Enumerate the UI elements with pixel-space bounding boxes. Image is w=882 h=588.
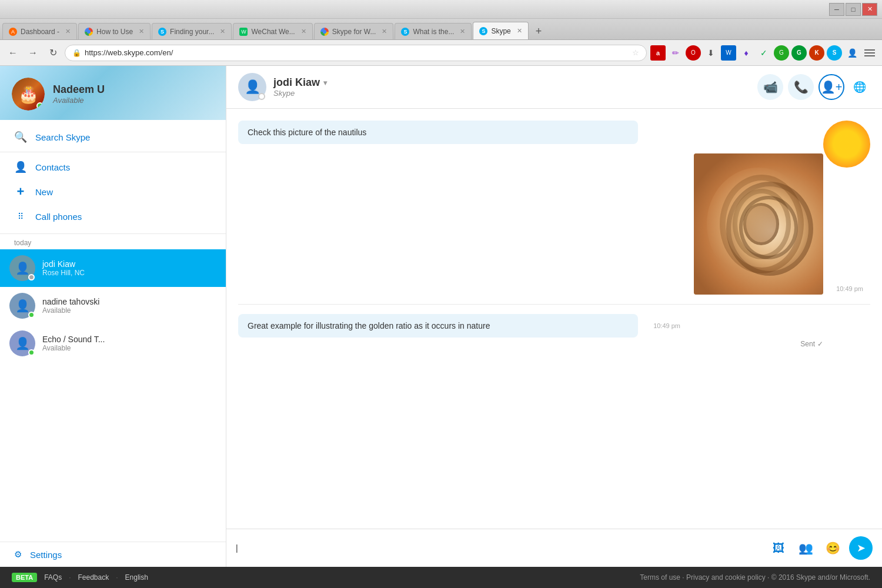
- skype-toolbar-icon[interactable]: S: [827, 45, 842, 61]
- purple-icon[interactable]: ✏: [668, 45, 683, 61]
- emoji-button[interactable]: 😊: [822, 537, 843, 559]
- tab-howto[interactable]: How to Use ✕: [78, 23, 151, 39]
- video-call-button[interactable]: 📹: [757, 74, 783, 100]
- chat-contact-name: jodi Kiaw ▾: [273, 76, 750, 89]
- url-bar[interactable]: 🔒 https://web.skype.com/en/ ☆: [65, 45, 647, 61]
- shell-highlight: [707, 168, 810, 280]
- new-tab-button[interactable]: +: [530, 23, 547, 39]
- main-content: Nadeem U Available 🔍 Search Skype 👤 Cont…: [0, 66, 882, 567]
- jodi-name: jodi Kiaw: [42, 259, 216, 269]
- globe-button[interactable]: 🌐: [849, 76, 870, 98]
- window-icon[interactable]: W: [721, 45, 736, 61]
- nav-item-contacts[interactable]: 👤 Contacts: [0, 155, 226, 179]
- tab-close-dashboard[interactable]: ✕: [65, 28, 71, 35]
- opera-icon[interactable]: O: [686, 45, 701, 61]
- shell-ring-3: [743, 203, 780, 245]
- today-label: today: [0, 234, 226, 249]
- tab-label-skypefor: Skype for W...: [332, 28, 376, 36]
- contacts-icon: 👤: [14, 161, 27, 173]
- tab-skype[interactable]: S Skype ✕: [473, 22, 528, 39]
- nav-callphones-label: Call phones: [35, 212, 82, 222]
- message-row-1: Check this picture of the nautilus: [238, 121, 870, 144]
- nav-item-new[interactable]: + New: [0, 179, 226, 204]
- person-icon[interactable]: 👤: [844, 45, 860, 61]
- callphones-icon: ⠿: [14, 210, 27, 223]
- bookmark-star-icon[interactable]: ☆: [632, 48, 639, 57]
- settings-item[interactable]: ⚙ Settings: [0, 542, 226, 567]
- send-image-button[interactable]: 🖼: [768, 537, 789, 559]
- message-text-3: Great example for illustrating the golde…: [248, 321, 490, 330]
- user-name: Nadeem U: [53, 83, 214, 96]
- input-area: 🖼 👥 😊 ➤: [226, 529, 882, 567]
- add-person-chat-button[interactable]: 👥: [795, 537, 816, 559]
- footer-sep-2: ·: [116, 573, 118, 582]
- new-tab-label: +: [536, 25, 542, 38]
- footer: BETA FAQs · Feedback · English Terms of …: [0, 567, 882, 588]
- chrome-menu-icon[interactable]: [862, 45, 877, 61]
- back-button[interactable]: ←: [5, 45, 21, 61]
- k-icon[interactable]: K: [809, 45, 824, 61]
- echo-name: Echo / Sound T...: [42, 335, 216, 344]
- favicon-skypefor: [320, 28, 329, 36]
- tab-close-wechat[interactable]: ✕: [301, 28, 306, 35]
- chat-header-actions: 📹 📞 👤+ 🌐: [757, 74, 870, 100]
- contact-item-nadine[interactable]: 👤 nadine tahovski Available: [0, 287, 226, 325]
- tab-whatis[interactable]: S What is the... ✕: [395, 23, 472, 39]
- refresh-button[interactable]: ↻: [45, 45, 61, 61]
- add-person-chat-icon: 👥: [799, 541, 813, 555]
- tab-close-finding[interactable]: ✕: [220, 28, 225, 35]
- tab-close-skype[interactable]: ✕: [517, 27, 522, 35]
- contact-dropdown-arrow[interactable]: ▾: [323, 79, 327, 87]
- chat-contact-avatar: 👤: [238, 73, 266, 101]
- message-input[interactable]: [236, 543, 761, 553]
- green-icon[interactable]: ✓: [756, 45, 771, 61]
- tab-close-whatis[interactable]: ✕: [460, 28, 465, 35]
- jodi-sub: Rose Hill, NC: [42, 269, 216, 277]
- contact-item-jodi[interactable]: 👤 jodi Kiaw Rose Hill, NC: [0, 249, 226, 287]
- tab-wechat[interactable]: W WeChat We... ✕: [233, 23, 312, 39]
- nav-item-callphones[interactable]: ⠿ Call phones: [0, 204, 226, 229]
- tab-skypefor[interactable]: Skype for W... ✕: [314, 23, 394, 39]
- purple2-icon[interactable]: ♦: [739, 45, 754, 61]
- favicon-dashboard: A: [9, 28, 17, 36]
- nadine-sub: Available: [42, 306, 216, 315]
- chat-offline-dot: [258, 93, 265, 100]
- footer-sep-1: ·: [69, 573, 71, 582]
- contact-item-echo[interactable]: 👤 Echo / Sound T... Available: [0, 325, 226, 362]
- tab-close-howto[interactable]: ✕: [139, 28, 144, 35]
- g2-icon[interactable]: G: [791, 45, 807, 61]
- tab-label-wechat: WeChat We...: [251, 28, 295, 36]
- tab-finding[interactable]: S Finding your... ✕: [152, 23, 232, 39]
- tab-dashboard[interactable]: A Dashboard - ✕: [2, 23, 77, 39]
- url-text: https://web.skype.com/en/: [85, 48, 629, 57]
- close-button[interactable]: ✕: [862, 3, 877, 16]
- nav-item-search[interactable]: 🔍 Search Skype: [0, 125, 226, 149]
- favicon-wechat: W: [239, 28, 248, 36]
- contact-avatar-nadine: 👤: [9, 293, 35, 319]
- faqs-link[interactable]: FAQs: [44, 573, 62, 582]
- circle-icon[interactable]: G: [774, 45, 789, 61]
- chat-header: 👤 jodi Kiaw ▾ Skype 📹 📞 👤+: [226, 66, 882, 109]
- feedback-link[interactable]: Feedback: [78, 573, 109, 582]
- image-upload-icon: 🖼: [773, 542, 784, 555]
- tab-label-skype: Skype: [491, 27, 510, 35]
- messages-area[interactable]: Check this picture of the nautilus: [226, 109, 882, 529]
- tab-close-skypefor[interactable]: ✕: [382, 28, 387, 35]
- maximize-button[interactable]: □: [846, 3, 861, 16]
- chat-contact-platform: Skype: [273, 89, 750, 98]
- tab-label-whatis: What is the...: [413, 28, 454, 36]
- settings-icon: ⚙: [14, 549, 22, 560]
- message-text-1: Check this picture of the nautilus: [248, 128, 366, 137]
- minimize-button[interactable]: ─: [829, 3, 844, 16]
- menu-line-1: [864, 49, 875, 51]
- avast-icon[interactable]: a: [650, 45, 666, 61]
- favicon-whatis: S: [401, 28, 409, 36]
- english-link[interactable]: English: [125, 573, 148, 582]
- download-icon[interactable]: ⬇: [703, 45, 719, 61]
- voice-call-button[interactable]: 📞: [788, 74, 814, 100]
- add-contact-button[interactable]: 👤+: [818, 74, 844, 100]
- message-bubble-1: Check this picture of the nautilus: [238, 121, 638, 144]
- forward-button[interactable]: →: [25, 45, 41, 61]
- send-button[interactable]: ➤: [849, 536, 873, 560]
- settings-label: Settings: [30, 550, 62, 560]
